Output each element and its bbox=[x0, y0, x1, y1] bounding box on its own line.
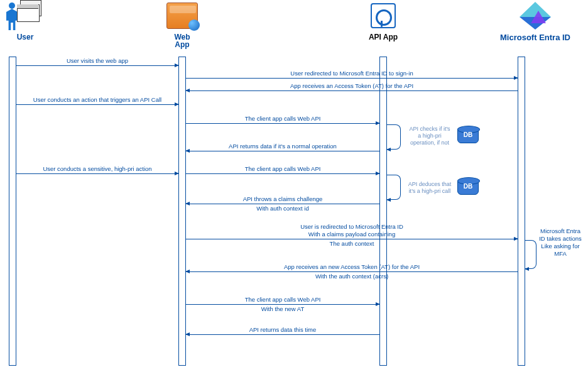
user-label: User bbox=[0, 33, 50, 41]
arrow-m13: API returns data this time bbox=[186, 334, 379, 335]
msg-m7: User conducts a sensitive, high-pri acti… bbox=[16, 165, 178, 173]
lifeline-webapp bbox=[178, 57, 186, 366]
msg-m4: User conducts an action that triggers an… bbox=[16, 96, 178, 104]
api-self-2 bbox=[387, 175, 401, 200]
apiapp-label: API App bbox=[358, 33, 408, 41]
participant-webapp: Web App bbox=[157, 0, 207, 49]
note-entra: Microsoft Entra ID takes actions Like as… bbox=[534, 227, 587, 258]
arrow-m10: User is redirected to Microsoft Entra ID… bbox=[186, 239, 518, 239]
arrow-m5: The client app calls Web API bbox=[186, 123, 379, 124]
msg-m2: User redirected to Microsoft Entra ID to… bbox=[186, 70, 518, 77]
api-self-1 bbox=[387, 124, 401, 150]
msg-m8: The client app calls Web API bbox=[186, 165, 379, 173]
msg-m6: API returns data if it's a normal operat… bbox=[186, 143, 379, 150]
msg-m11b: With the auth context (acrs) bbox=[186, 273, 518, 280]
participant-apiapp: API App bbox=[358, 0, 408, 41]
note-db2: API deduces that it's a high-pri call bbox=[403, 181, 456, 195]
server-icon bbox=[157, 0, 207, 31]
msg-m10b: With a claims payload containing bbox=[186, 231, 518, 238]
db-icon-2 bbox=[457, 180, 479, 195]
arrow-m2: User redirected to Microsoft Entra ID to… bbox=[186, 78, 518, 79]
arrow-m8: The client app calls Web API bbox=[186, 173, 379, 174]
lifeline-entra bbox=[518, 57, 525, 366]
msg-m3: App receives an Access Token (AT) for th… bbox=[186, 82, 518, 90]
lifeline-apiapp bbox=[379, 57, 387, 366]
msg-m11a: App receives an new Access Token (AT) fo… bbox=[186, 263, 518, 271]
msg-m1: User visits the web app bbox=[16, 57, 178, 65]
entra-label: Microsoft Entra ID bbox=[498, 33, 573, 42]
arrow-m3: App receives an Access Token (AT) for th… bbox=[186, 90, 518, 91]
arrow-m12: The client app calls Web API With the ne… bbox=[186, 304, 379, 305]
arrow-m4: User conducts an action that triggers an… bbox=[16, 104, 178, 105]
msg-m13: API returns data this time bbox=[186, 326, 379, 334]
arrow-m7: User conducts a sensitive, high-pri acti… bbox=[16, 173, 178, 174]
user-icon bbox=[0, 0, 50, 31]
msg-m12b: With the new AT bbox=[186, 305, 379, 313]
arrow-m11: App receives an new Access Token (AT) fo… bbox=[186, 271, 518, 272]
arrow-m9: API throws a claims challenge With auth … bbox=[186, 204, 379, 204]
msg-m9: API throws a claims challenge bbox=[186, 195, 379, 203]
arrow-m6: API returns data if it's a normal operat… bbox=[186, 151, 379, 151]
msg-m10a: User is redirected to Microsoft Entra ID bbox=[186, 223, 518, 231]
entra-icon bbox=[498, 0, 573, 31]
msg-m9b: With auth context id bbox=[186, 205, 379, 212]
db-icon-1 bbox=[457, 128, 479, 143]
lifeline-user bbox=[9, 57, 16, 366]
participant-user: User bbox=[0, 0, 50, 41]
api-icon bbox=[358, 0, 408, 31]
participant-entra: Microsoft Entra ID bbox=[498, 0, 573, 42]
msg-m5: The client app calls Web API bbox=[186, 115, 379, 123]
webapp-label2: App bbox=[157, 40, 207, 49]
arrow-m1: User visits the web app bbox=[16, 65, 178, 66]
msg-m10c: The auth context bbox=[186, 240, 518, 248]
msg-m12a: The client app calls Web API bbox=[186, 296, 379, 304]
note-db1: API checks if it's a high-pri operation,… bbox=[403, 126, 456, 146]
